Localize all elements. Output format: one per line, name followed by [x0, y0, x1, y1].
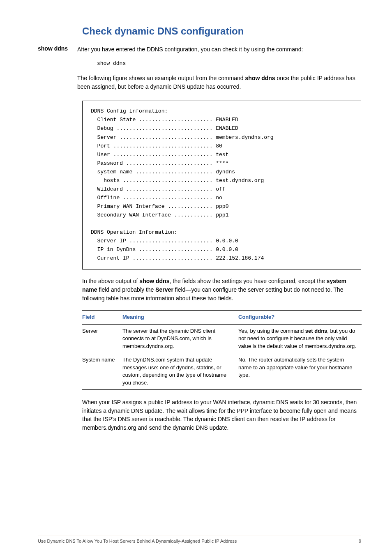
section-heading: Check dynamic DNS configuration	[38, 25, 361, 37]
table-header-field: Field	[82, 310, 122, 324]
bold-command: show ddns	[139, 278, 169, 284]
intro-paragraph: After you have entered the DDNS configur…	[77, 45, 361, 54]
text-segment: The following figure shows an example ou…	[77, 75, 245, 81]
page-footer: Use Dynamic DNS To Allow You To Host Ser…	[38, 536, 361, 543]
text-segment: No. The router automatically sets the sy…	[238, 357, 353, 378]
table-header-meaning: Meaning	[122, 310, 238, 324]
table-header-configurable: Configurable?	[238, 310, 362, 324]
margin-command-label: show ddns	[38, 45, 77, 52]
footer-title: Use Dynamic DNS To Allow You To Host Ser…	[38, 539, 237, 543]
bold-command: set ddns	[305, 328, 327, 334]
cell-configurable: No. The router automatically sets the sy…	[238, 353, 362, 390]
code-output-box: DDNS Config Information: Client State ..…	[82, 101, 361, 269]
fields-table: Field Meaning Configurable? Server The s…	[82, 310, 362, 390]
bold-command: show ddns	[245, 75, 275, 81]
text-segment: In the above output of	[82, 278, 139, 284]
footer-page-number: 9	[359, 539, 361, 543]
table-row: Server The server that the dynamic DNS c…	[82, 324, 362, 353]
text-segment: , the fields show the settings you have …	[169, 278, 326, 284]
cell-meaning: The DynDNS.com system that update messag…	[122, 353, 238, 390]
intro-paragraph-2: The following figure shows an example ou…	[77, 74, 361, 91]
text-segment: field and probably the	[97, 286, 156, 293]
bold-field: Server	[155, 286, 173, 293]
command-text: show ddns	[97, 60, 361, 67]
cell-configurable: Yes, by using the command set ddns, but …	[238, 324, 362, 353]
cell-meaning: The server that the dynamic DNS client c…	[122, 324, 238, 353]
cell-field: Server	[82, 324, 122, 353]
text-segment: Yes, by using the command	[238, 328, 305, 334]
explanation-paragraph: In the above output of show ddns, the fi…	[82, 277, 361, 302]
closing-paragraph: When your ISP assigns a public IP addres…	[82, 398, 361, 432]
cell-field: System name	[82, 353, 122, 390]
table-row: System name The DynDNS.com system that u…	[82, 353, 362, 390]
